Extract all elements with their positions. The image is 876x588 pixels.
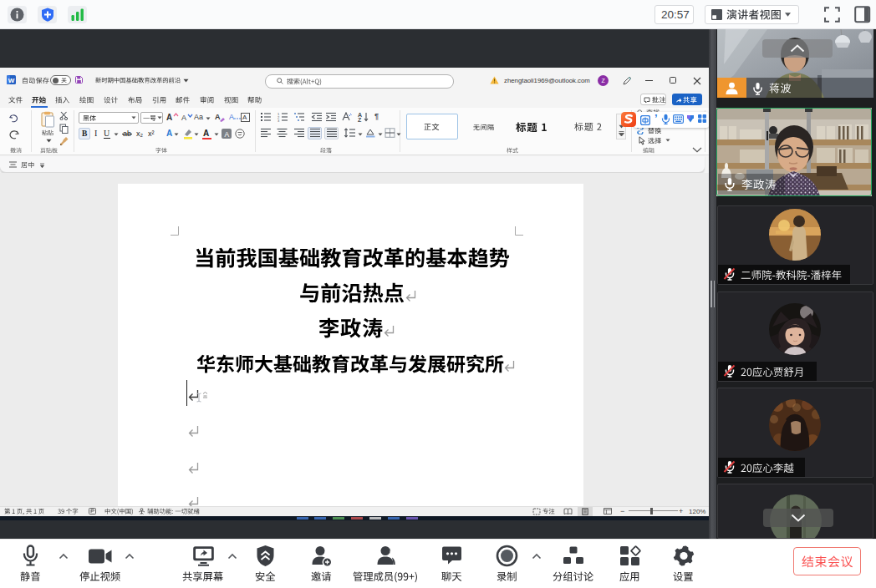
svg-text:W: W	[8, 77, 15, 84]
svg-text:3: 3	[278, 119, 280, 122]
